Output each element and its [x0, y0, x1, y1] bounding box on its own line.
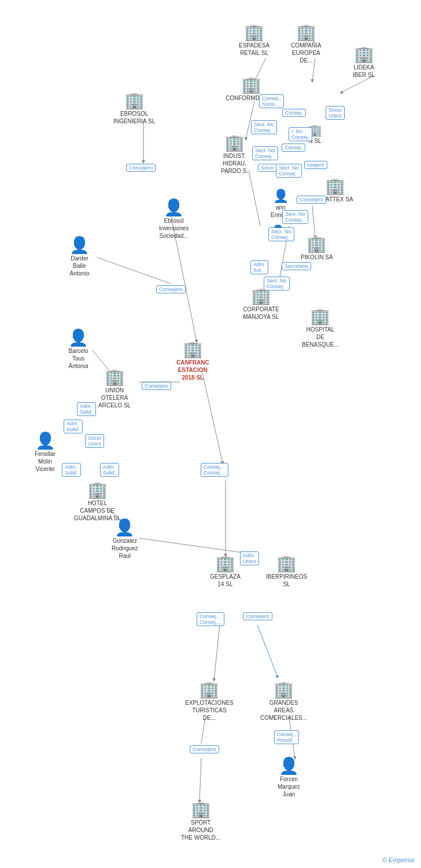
node-canfranc: 🏢 CANFRANC ESTACION 2018 SL: [176, 341, 209, 381]
company-icon-sport: 🏢: [191, 801, 211, 818]
person-icon-darder: 👤: [69, 237, 90, 253]
svg-line-5: [202, 373, 223, 463]
node-forcen: 👤 Forcen Marquez Juan: [278, 758, 300, 798]
node-label-barcelo: Barcelo Tous Antonia: [69, 347, 88, 370]
node-lideka: 🏢 LIDEKA IBER SL: [353, 46, 375, 79]
node-fenollar: 👤 Fenollar Molin Vicente: [35, 433, 56, 473]
badge-adm-solid-4[interactable]: Adm.Solid.: [100, 463, 119, 477]
company-icon-compania: 🏢: [296, 24, 316, 41]
connections-svg: [0, 0, 421, 868]
node-espadesa: 🏢 ESPADESA RETAIL SL: [239, 24, 269, 57]
node-label-lideka: LIDEKA IBER SL: [353, 64, 375, 79]
node-label-gesplaza: GESPLAZA 14 SL: [210, 573, 241, 588]
node-hotel-campos: 🏢 HOTEL CAMPOS DE GUADALMINA SL: [74, 482, 121, 522]
badge-consej-presid-1[interactable]: Consej.,Presid.: [274, 730, 299, 744]
node-label-sport: SPORT AROUND THE WORLD...: [181, 819, 220, 841]
badge-adm-sol-1[interactable]: Adm.Sol.: [250, 260, 268, 274]
badge-consej-socio-1[interactable]: Consej.,Socio...: [259, 94, 284, 108]
company-icon-canfranc: 🏢: [183, 341, 203, 358]
company-icon-grandes-areas: 🏢: [274, 682, 294, 698]
badge-secretario-1[interactable]: Secretario: [282, 262, 311, 270]
node-barcelo: 👤 Barcelo Tous Antonia: [68, 330, 88, 370]
svg-line-2: [97, 258, 171, 284]
badge-socio-1[interactable]: Socio: [258, 164, 277, 172]
node-label-union-otelera: UNION OTELERA ARCELO SL: [98, 387, 131, 409]
badge-consejero-2[interactable]: Consejero: [156, 285, 186, 293]
badge-socio-unico-1[interactable]: SocioUnico: [85, 434, 104, 448]
person-icon-gonzalez: 👤: [115, 520, 135, 536]
company-icon-ebrosol-ing: 🏢: [124, 93, 145, 109]
badge-consejero-6[interactable]: Consejero: [297, 196, 326, 204]
badge-secr-no-consej-2[interactable]: Secr. NoConsej.: [252, 146, 278, 160]
badge-adm-solid-3[interactable]: Adm.Solid.: [62, 463, 81, 477]
node-label-explotaciones: EXPLOTACIONES TURISTICAS DE...: [185, 699, 234, 722]
node-union-otelera: 🏢 UNION OTELERA ARCELO SL: [98, 369, 131, 409]
node-gonzalez: 👤 Gonzalez Rodriguez Raul: [112, 520, 138, 560]
node-grandes-areas: 🏢 GRANDES AREAS COMERCIALES...: [260, 682, 307, 722]
person-icon-ebrosol-inv: 👤: [164, 200, 184, 216]
badge-adm-solid-2[interactable]: Adm.Solid.: [64, 420, 83, 433]
badge-consejero-3[interactable]: Consejero: [142, 382, 171, 390]
node-label-pikolin: PIKOLIN SA: [301, 253, 333, 261]
person-icon-arin: 👤: [273, 190, 289, 203]
node-label-gonzalez: Gonzalez Rodriguez Raul: [112, 537, 138, 560]
company-icon-hospital: 🏢: [310, 308, 330, 325]
company-icon-union-otelera: 🏢: [105, 369, 125, 385]
footer-copyright: ©: [382, 856, 389, 863]
node-label-grandes-areas: GRANDES AREAS COMERCIALES...: [260, 699, 307, 722]
node-compania: 🏢 COMPAÑIA EUROPEA DE...: [291, 24, 322, 64]
badge-consejero-1[interactable]: Consejero: [126, 164, 156, 172]
node-sport: 🏢 SPORT AROUND THE WORLD...: [181, 801, 220, 841]
node-ebrosol-ing: 🏢 EBROSOL INGENIERIA SL: [113, 93, 155, 125]
svg-line-17: [312, 205, 315, 237]
badge-consej-1[interactable]: Consej.: [282, 109, 306, 117]
node-corporate: 🏢 CORPORATE MANJOYA SL: [243, 288, 279, 321]
badge-secr-no-consej-6[interactable]: Secr. NoConsej.: [264, 277, 290, 290]
svg-line-16: [249, 171, 260, 226]
badge-secr-no-consej-3[interactable]: Secr. NoConsej.: [276, 164, 302, 178]
node-label-hotel-campos: HOTEL CAMPOS DE GUADALMINA SL: [74, 499, 121, 522]
svg-line-8: [214, 625, 220, 680]
company-icon-gesplaza: 🏢: [215, 556, 235, 572]
badge-r-no-consej-1[interactable]: r. NoConsej.: [289, 127, 312, 141]
node-industrias: 🏢 INDUST. HIDRAU. PARDO S.: [221, 135, 248, 175]
company-icon-pikolin: 🏢: [306, 236, 327, 252]
node-gesplaza: 🏢 GESPLAZA 14 SL: [210, 556, 241, 588]
node-label-iberpirineos: IBERPIRINEOS SL: [266, 573, 307, 588]
company-icon-smattex: 🏢: [325, 178, 345, 194]
node-explotaciones: 🏢 EXPLOTACIONES TURISTICAS DE...: [185, 682, 234, 722]
node-label-darder: Darder Balle Antonio: [70, 255, 90, 277]
badge-consej-consej-1[interactable]: Consej.,Consej....: [201, 463, 228, 477]
person-icon-fenollar: 👤: [35, 433, 56, 449]
node-label-ebrosol-ing: EBROSOL INGENIERIA SL: [113, 110, 155, 125]
node-ebrosol-inv: 👤 Ebrosol Inversiones Sociedad...: [159, 200, 189, 240]
node-label-forcen: Forcen Marquez Juan: [278, 775, 300, 798]
company-icon-lideka: 🏢: [354, 46, 374, 62]
node-pikolin: 🏢 PIKOLIN SA: [301, 236, 333, 261]
node-label-industrias: INDUST. HIDRAU. PARDO S.: [221, 152, 248, 175]
node-label-compania: COMPAÑIA EUROPEA DE...: [291, 42, 322, 64]
footer-brand: Empresa: [389, 856, 414, 863]
company-icon-corporate: 🏢: [251, 288, 271, 304]
badge-consejero-5[interactable]: Consejero: [190, 745, 219, 753]
badge-adm-unico-1[interactable]: Adm.Unico: [240, 551, 259, 565]
node-label-corporate: CORPORATE MANJOYA SL: [243, 306, 279, 321]
svg-line-7: [257, 625, 278, 677]
badge-socio-unico-2[interactable]: SocioUnico: [326, 106, 345, 120]
badge-nsejero-1[interactable]: nsejero: [304, 161, 327, 169]
badge-consej-2[interactable]: Consej.: [282, 144, 305, 152]
person-icon-forcen: 👤: [279, 758, 299, 774]
badge-consejero-4[interactable]: Consejero: [243, 612, 272, 620]
company-icon-iberpirineos: 🏢: [276, 556, 297, 572]
company-icon-hotel-campos: 🏢: [87, 482, 108, 498]
badge-secr-no-consej-4[interactable]: Secr. NoConsej.: [282, 210, 308, 224]
company-icon-industrias: 🏢: [224, 135, 245, 151]
badge-secr-no-consej-5[interactable]: Secr. NoConsej.: [268, 227, 294, 241]
badge-secr-no-consej-1[interactable]: Secr. NoConsej.: [251, 120, 277, 134]
company-icon-espadesa: 🏢: [244, 24, 264, 41]
badge-consej-consej-2[interactable]: Consej.,Consej....: [197, 612, 224, 626]
graph-container: 🏢 CANFRANC ESTACION 2018 SL 🏢 EBROSOL IN…: [0, 0, 421, 868]
badge-adm-solid-1[interactable]: Adm.Solid.: [77, 402, 96, 416]
node-label-hospital: HOSPITAL DE BENASQUE...: [302, 326, 339, 348]
company-icon-conformdes: 🏢: [241, 77, 261, 93]
